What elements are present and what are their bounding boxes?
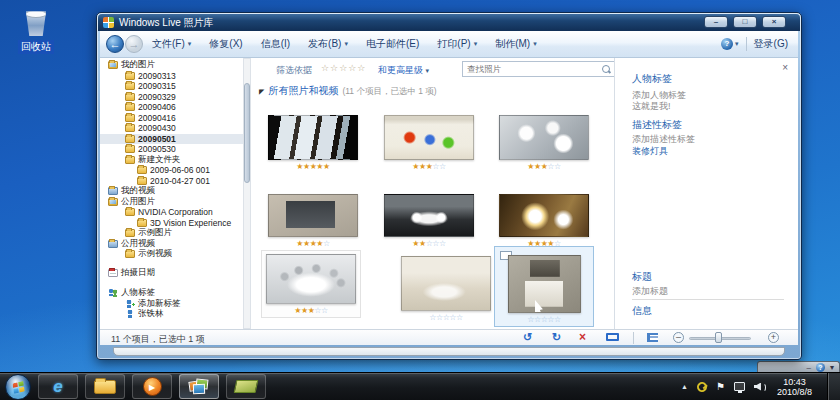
- menu-print[interactable]: 打印(P)▾: [428, 31, 486, 57]
- tree-item-people-tags[interactable]: 人物标签: [100, 288, 243, 299]
- close-button[interactable]: ×: [762, 16, 786, 28]
- zoom-out-button[interactable]: –: [673, 332, 684, 343]
- photo-image[interactable]: [268, 194, 358, 237]
- star-rating[interactable]: ★★★☆☆: [499, 162, 589, 171]
- network-icon[interactable]: [734, 382, 745, 391]
- photo-image[interactable]: [384, 194, 474, 237]
- panel-close-icon[interactable]: ×: [782, 62, 788, 73]
- menu-publish[interactable]: 发布(B)▾: [299, 31, 357, 57]
- photo-thumbnail[interactable]: ★★★☆☆: [499, 115, 589, 171]
- menu-make[interactable]: 制作(M)▾: [486, 31, 546, 57]
- menu-fix[interactable]: 修复(X): [200, 31, 251, 57]
- taskbar-photo-gallery-button[interactable]: [179, 374, 219, 399]
- zoom-in-button[interactable]: +: [768, 332, 779, 343]
- menu-email[interactable]: 电子邮件(E): [357, 31, 428, 57]
- volume-icon[interactable]: [754, 382, 766, 392]
- tree-item-add-new-tag[interactable]: 添加新标签: [100, 299, 243, 310]
- star-rating[interactable]: ★★☆☆☆: [384, 239, 474, 248]
- tree-item-folder-selected[interactable]: 20090501: [100, 134, 243, 145]
- search-box[interactable]: [462, 61, 615, 77]
- tree-item-folder[interactable]: 示例视频: [100, 249, 243, 260]
- photo-thumbnail[interactable]: ★★★★★: [268, 115, 358, 171]
- tree-item-folder[interactable]: 20090329: [100, 92, 243, 103]
- tag-link[interactable]: 装修灯具: [632, 145, 668, 158]
- action-center-flag-icon[interactable]: ⚑: [716, 381, 725, 392]
- tree-item-folder[interactable]: 3D Vision Experience: [100, 218, 243, 229]
- star-rating[interactable]: ★★★☆☆: [384, 162, 474, 171]
- tree-item-folder[interactable]: 2009-06-06 001: [100, 165, 243, 176]
- tree-item-my-videos[interactable]: 我的视频: [100, 186, 243, 197]
- mini-caret-icon[interactable]: ▾: [830, 363, 834, 372]
- photo-thumbnail[interactable]: ★★☆☆☆: [384, 194, 474, 248]
- group-title[interactable]: 所有照片和视频: [268, 85, 338, 96]
- signin-button[interactable]: 登录(G): [754, 37, 788, 51]
- photo-thumbnail[interactable]: ☆☆☆☆☆: [401, 256, 491, 322]
- tree-item-date-taken[interactable]: 拍摄日期: [100, 268, 243, 279]
- mini-minimize-button[interactable]: –: [807, 363, 811, 372]
- star-rating[interactable]: ★★★★★: [268, 162, 358, 171]
- star-rating[interactable]: ☆☆☆☆☆: [401, 313, 491, 322]
- tree-item-folder[interactable]: NVIDIA Corporation: [100, 207, 243, 218]
- help-button[interactable]: ?▾: [721, 38, 739, 50]
- tree-item-public-pictures[interactable]: 公用图片: [100, 197, 243, 208]
- start-button[interactable]: [5, 374, 31, 400]
- maximize-button[interactable]: □: [733, 16, 757, 28]
- key-icon[interactable]: [695, 379, 709, 393]
- filter-stars[interactable]: ☆☆☆☆☆: [321, 63, 366, 73]
- taskbar-green-folder-button[interactable]: [226, 374, 266, 399]
- photo-thumbnail[interactable]: ★★★☆☆: [384, 115, 474, 171]
- tree-item-folder[interactable]: 示例图片: [100, 228, 243, 239]
- star-rating[interactable]: ★★★☆☆: [266, 306, 356, 315]
- star-rating[interactable]: ★★★★☆: [268, 239, 358, 248]
- thats-me-link[interactable]: 这就是我!: [632, 100, 671, 113]
- tree-item-folder[interactable]: 新建文件夹: [100, 155, 243, 166]
- tree-item-folder[interactable]: 20090406: [100, 102, 243, 113]
- photo-thumbnail[interactable]: ★★★★☆: [268, 194, 358, 248]
- show-desktop-button[interactable]: [827, 373, 840, 400]
- scrollbar-thumb[interactable]: [244, 83, 250, 183]
- menu-file[interactable]: 文件(F)▾: [143, 31, 200, 57]
- forward-button[interactable]: →: [125, 35, 143, 53]
- add-caption-link[interactable]: 添加标题: [632, 285, 668, 298]
- tree-item-folder[interactable]: 20090530: [100, 144, 243, 155]
- tray-expand-icon[interactable]: ▲: [681, 383, 688, 390]
- taskbar-ie-button[interactable]: e: [38, 374, 78, 399]
- mini-help-icon[interactable]: ?: [816, 363, 825, 372]
- tree-item-folder[interactable]: 20090430: [100, 123, 243, 134]
- tree-item-folder[interactable]: 20090315: [100, 81, 243, 92]
- filter-higher-dropdown[interactable]: 和更高星级 ▾: [378, 64, 429, 77]
- photo-thumbnail[interactable]: ★★★★☆: [499, 194, 589, 248]
- photo-image[interactable]: [499, 194, 589, 237]
- photo-image[interactable]: [384, 115, 474, 160]
- recycle-bin[interactable]: 回收站: [10, 10, 62, 54]
- taskbar-explorer-button[interactable]: [85, 374, 125, 399]
- tree-item-folder[interactable]: 20090313: [100, 71, 243, 82]
- taskbar-clock[interactable]: 10:43 2010/8/8: [777, 377, 812, 397]
- delete-button[interactable]: ×: [579, 330, 586, 344]
- search-icon[interactable]: [602, 65, 611, 74]
- photo-image[interactable]: [266, 254, 356, 304]
- rotate-left-button[interactable]: ↺: [523, 331, 532, 344]
- collapse-triangle-icon[interactable]: ◤: [259, 88, 264, 95]
- tree-item-folder[interactable]: 2010-04-27 001: [100, 176, 243, 187]
- group-header[interactable]: ◤所有照片和视频(11 个项目，已选中 1 项): [259, 84, 437, 98]
- zoom-slider-handle[interactable]: [715, 332, 722, 343]
- slideshow-button[interactable]: [606, 333, 619, 341]
- minimize-button[interactable]: –: [704, 16, 728, 28]
- photo-image[interactable]: [268, 115, 358, 160]
- star-rating[interactable]: ☆☆☆☆☆: [508, 315, 580, 324]
- tree-item-my-pictures[interactable]: 我的图片: [100, 60, 243, 71]
- photo-image[interactable]: [508, 255, 581, 313]
- taskbar-media-player-button[interactable]: ▶: [132, 374, 172, 399]
- photo-image[interactable]: [499, 115, 589, 160]
- search-input[interactable]: [463, 62, 614, 76]
- recycle-bin-icon[interactable]: [24, 10, 48, 36]
- back-button[interactable]: ←: [106, 35, 124, 53]
- photo-image[interactable]: [401, 256, 491, 311]
- tree-scrollbar[interactable]: [243, 58, 251, 329]
- tree-item-person-tag[interactable]: 张铁林: [100, 309, 243, 320]
- photo-thumbnail-selected[interactable]: ☆☆☆☆☆: [494, 246, 594, 327]
- tree-item-folder[interactable]: 20090416: [100, 113, 243, 124]
- tree-item-public-videos[interactable]: 公用视频: [100, 239, 243, 250]
- rotate-right-button[interactable]: ↻: [552, 331, 561, 344]
